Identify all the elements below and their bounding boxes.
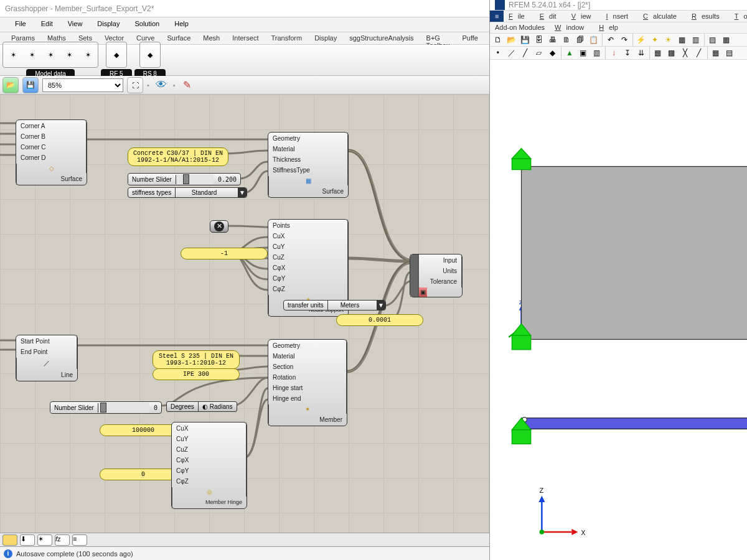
- gh-tab-display[interactable]: Display: [308, 32, 343, 44]
- rf-menu-view[interactable]: View: [566, 11, 601, 22]
- tb2-i-icon[interactable]: ╱: [693, 47, 705, 59]
- tb2-e-icon[interactable]: ⇊: [635, 47, 647, 59]
- rf-menu-tools[interactable]: Tools: [730, 11, 747, 22]
- slider-rotation[interactable]: Number Slider 0: [50, 401, 162, 414]
- port-member-out[interactable]: Member: [270, 414, 346, 425]
- tb-open-icon[interactable]: 📂: [505, 34, 518, 46]
- comp-member[interactable]: Geometry Material Section Rotation Hinge…: [268, 339, 347, 426]
- rf-model-viewport[interactable]: xz: [490, 60, 747, 560]
- gh-menu-display[interactable]: Display: [90, 17, 127, 32]
- port-material[interactable]: Material: [269, 144, 347, 154]
- preview-button[interactable]: 👁: [153, 77, 169, 93]
- port-corner-c[interactable]: Corner C: [17, 142, 85, 152]
- tb-print-icon[interactable]: 🖶: [547, 34, 559, 46]
- panel-ipe[interactable]: IPE 300: [153, 368, 240, 380]
- comp-surface-param[interactable]: Corner A Corner B Corner C Corner D ◇ Su…: [16, 119, 87, 185]
- port-corner-b[interactable]: Corner B: [17, 131, 85, 142]
- gh-tab-bg[interactable]: B+G Toolbox: [420, 32, 456, 44]
- port-points[interactable]: Points: [269, 220, 347, 231]
- port-geometry[interactable]: Geometry: [269, 133, 347, 144]
- comp-member-hinge[interactable]: CuX CuY CuZ CφX CφY CφZ ◎ Member Hinge: [171, 422, 247, 509]
- tb2-a-icon[interactable]: ◆: [547, 47, 559, 59]
- port-hinge-out[interactable]: Member Hinge: [173, 497, 246, 508]
- port-mrotation[interactable]: Rotation: [269, 372, 345, 383]
- tb2-j-icon[interactable]: ▦: [710, 47, 722, 59]
- btm-icon-3[interactable]: ✶: [37, 534, 52, 546]
- rf-menu-file[interactable]: File: [504, 11, 535, 22]
- tb2-load-icon[interactable]: ↓: [608, 47, 620, 59]
- tb-star-icon[interactable]: ✦: [649, 34, 661, 46]
- port-hcuy[interactable]: CuY: [172, 434, 245, 444]
- comp-line[interactable]: Start Point End Point ／ Line: [16, 335, 78, 381]
- tb2-c-icon[interactable]: ▥: [591, 47, 603, 59]
- open-file-button[interactable]: 📂: [2, 77, 19, 93]
- port-mgeometry[interactable]: Geometry: [269, 340, 345, 351]
- tb2-k-icon[interactable]: ▤: [723, 47, 736, 59]
- rf-menu-results[interactable]: Results: [687, 11, 730, 22]
- tb2-support-icon[interactable]: ▲: [563, 47, 576, 59]
- btm-icon-1[interactable]: [2, 534, 17, 546]
- tb-sun-icon[interactable]: ☀: [662, 34, 675, 46]
- comp-export[interactable]: Input Units Tolerance ▣: [410, 254, 463, 297]
- ribbon-icon-rs8[interactable]: ◆: [141, 44, 159, 66]
- slider-thickness[interactable]: Number Slider 0.200: [128, 173, 241, 185]
- gh-menu-help[interactable]: Help: [167, 17, 196, 32]
- port-mhingeend[interactable]: Hinge end: [269, 393, 345, 404]
- port-corner-d[interactable]: Corner D: [17, 152, 85, 163]
- valuelist-stiffness[interactable]: stiffness types Standard ▼: [128, 187, 247, 198]
- tb-saveall-icon[interactable]: 🗄: [533, 34, 545, 46]
- gh-canvas[interactable]: Corner A Corner B Corner C Corner D ◇ Su…: [0, 95, 489, 533]
- tb2-h-icon[interactable]: ╳: [679, 47, 692, 59]
- tb2-d-icon[interactable]: ↧: [621, 47, 634, 59]
- tb-redo-icon[interactable]: ↷: [618, 34, 631, 46]
- port-hcphiz[interactable]: CφZ: [172, 476, 245, 487]
- port-hcuz[interactable]: CuZ: [172, 444, 245, 455]
- gh-tab-sgg[interactable]: sggStructureAnalysis: [343, 32, 420, 44]
- gh-tab-intersect[interactable]: Intersect: [226, 32, 265, 44]
- tb2-b-icon[interactable]: ▣: [577, 47, 590, 59]
- gh-menu-file[interactable]: File: [7, 17, 34, 32]
- port-cphiy[interactable]: CφY: [269, 273, 347, 284]
- save-file-button[interactable]: 💾: [22, 77, 39, 93]
- ribbon-icon-3[interactable]: ✶: [42, 44, 59, 66]
- port-tolerance[interactable]: Tolerance: [420, 276, 461, 287]
- port-msection[interactable]: Section: [269, 362, 345, 372]
- tb-save-icon[interactable]: 💾: [519, 34, 532, 46]
- dropdown-arrow-icon[interactable]: ▼: [377, 301, 385, 310]
- dropdown-arrow-icon[interactable]: ▼: [238, 188, 247, 197]
- port-thickness[interactable]: Thickness: [269, 154, 347, 165]
- gh-menu-view[interactable]: View: [60, 17, 90, 32]
- rf-menu-window[interactable]: Window: [550, 22, 594, 33]
- port-hcphiy[interactable]: CφY: [172, 465, 245, 476]
- gh-tab-mesh[interactable]: Mesh: [197, 32, 226, 44]
- ribbon-icon-5[interactable]: ✶: [79, 44, 96, 66]
- port-mhingestart[interactable]: Hinge start: [269, 383, 345, 393]
- comp-surface[interactable]: Geometry Material Thickness StiffnessTyp…: [268, 132, 349, 198]
- port-cphix[interactable]: CφX: [269, 263, 347, 273]
- tb-grid1-icon[interactable]: ▤: [707, 34, 719, 46]
- port-endpoint[interactable]: End Point: [17, 347, 76, 357]
- panel-tolerance[interactable]: 0.0001: [336, 314, 423, 326]
- tb2-surf-icon[interactable]: ▱: [533, 47, 545, 59]
- rf-menu-help[interactable]: Help: [594, 22, 628, 33]
- port-cuy[interactable]: CuY: [269, 241, 347, 252]
- port-cuz[interactable]: CuZ: [269, 252, 347, 263]
- ribbon-icon-4[interactable]: ✶: [60, 44, 78, 66]
- btm-icon-4[interactable]: fz: [55, 534, 70, 546]
- relay-points[interactable]: ✕: [210, 220, 228, 233]
- tb-end-icon[interactable]: ▥: [690, 34, 702, 46]
- tb-paste-icon[interactable]: 📋: [588, 34, 600, 46]
- toggle-angle-units[interactable]: Degrees ◐ Radians: [166, 401, 237, 412]
- tb2-member-icon[interactable]: ╱: [519, 47, 532, 59]
- tb-grid2-icon[interactable]: ▦: [720, 34, 733, 46]
- tb2-g-icon[interactable]: ▩: [665, 47, 678, 59]
- tb-copy-icon[interactable]: 🗐: [574, 34, 586, 46]
- gh-menu-edit[interactable]: Edit: [34, 17, 60, 32]
- rf-menu-insert[interactable]: Insert: [601, 11, 639, 22]
- port-line[interactable]: Line: [17, 370, 77, 380]
- port-units[interactable]: Units: [420, 266, 461, 276]
- port-input[interactable]: Input: [420, 255, 461, 266]
- rf-menu-addon[interactable]: Add-on Modules: [490, 22, 550, 33]
- radians-icon[interactable]: ◐ Radians: [198, 402, 237, 411]
- tb2-f-icon[interactable]: ▦: [652, 47, 664, 59]
